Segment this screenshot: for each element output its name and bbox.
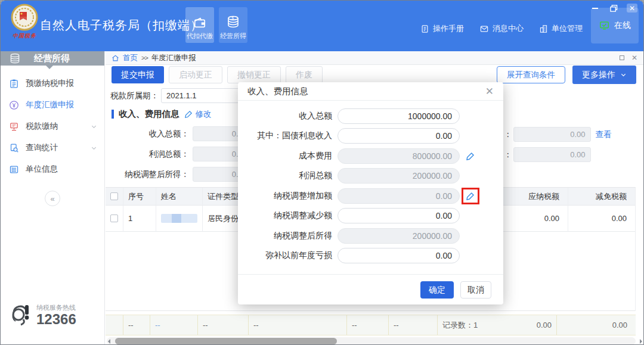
sidebar-menu: 预缴纳税申报 年度汇缴申报 税款缴纳 [1, 73, 104, 180]
field-right-2: ： 0.00 [504, 147, 591, 162]
submit-declare-button[interactable]: 提交申报 [112, 66, 164, 83]
field-label: 利润总额 [243, 170, 332, 181]
maximize-button[interactable] [608, 4, 619, 13]
modal-field-adjust-decrease: 纳税调整减少额 [238, 206, 503, 226]
redacted-name [161, 214, 197, 223]
svg-text:$: $ [231, 16, 234, 20]
invalidate-button[interactable]: 作废 [286, 66, 323, 83]
tax-period-value: 2021.1.1 [166, 91, 239, 100]
sidebar-collapse-button[interactable]: « [45, 191, 60, 206]
app-title: 自然人电子税务局（扣缴端） [40, 17, 203, 33]
menu-org-management[interactable]: 单位管理 [539, 23, 583, 34]
modal-field-treasury-interest: 其中：国债利息收入 [238, 126, 503, 147]
view-link[interactable]: 查看 [596, 129, 612, 140]
modal-field-adjusted-income: 纳税调整后所得 [238, 226, 503, 246]
field-label: 其中：国债利息收入 [243, 130, 332, 141]
prior-year-loss-input[interactable] [338, 248, 460, 263]
modal-title: 收入、费用信息 [247, 86, 308, 97]
breadcrumb-current: 年度汇缴申报 [151, 53, 196, 63]
modal-field-prior-year-loss: 弥补以前年度亏损 [238, 246, 503, 266]
adjust-increase-edit-button-highlighted[interactable] [463, 189, 478, 203]
menu-label: 操作手册 [433, 23, 464, 34]
field-label: ： [504, 150, 512, 160]
online-monitor-icon [599, 20, 610, 31]
field-label: 纳税调整增加额 [243, 191, 332, 201]
sidebar-item-label: 税款缴纳 [26, 121, 84, 132]
cost-expense-edit-button[interactable] [463, 150, 478, 163]
hotline-number: 12366 [36, 311, 76, 327]
modal-titlebar: 收入、费用信息 ✕ [238, 82, 503, 101]
menu-manual[interactable]: 操作手册 [420, 23, 464, 34]
sidebar-item-prepay-declare[interactable]: 预缴纳税申报 [1, 73, 104, 94]
doc-search-icon [9, 143, 19, 153]
field-total-profit: 利润总额： 0.00 [109, 147, 252, 161]
sidebar-item-tax-payment[interactable]: 税款缴纳 [1, 116, 104, 137]
modal-field-cost-expense: 成本费用 [238, 146, 503, 166]
field-label: ： [504, 129, 512, 140]
tab-business-income[interactable]: $ 经营所得 [219, 7, 247, 43]
sidebar-item-annual-declare[interactable]: 年度汇缴申报 [1, 94, 104, 116]
total-income-input[interactable] [338, 108, 460, 124]
scrollbar-thumb[interactable] [115, 338, 337, 344]
more-actions-button[interactable]: 更多操作 [572, 66, 636, 84]
header-tax-payable: 应纳税额 [497, 188, 568, 206]
expand-query-button[interactable]: 展开查询条件 [497, 66, 565, 83]
header-tax-relief: 减免税额 [568, 188, 635, 206]
sidebar-item-label: 年度汇缴申报 [26, 100, 97, 110]
toolbar: 提交申报 启动更正 撤销更正 作废 [112, 66, 323, 83]
field-value: 0.00 [513, 147, 591, 162]
treasury-interest-input[interactable] [338, 128, 460, 144]
field-label: 收入总额 [243, 111, 332, 122]
adjust-decrease-input[interactable] [338, 208, 460, 223]
sidebar-item-query-statistics[interactable]: 查询统计 [1, 137, 104, 158]
total-profit-input [338, 168, 460, 184]
toolbar-right: 展开查询条件 更多操作 [497, 66, 636, 84]
breadcrumb-home[interactable]: 首页 [123, 53, 138, 63]
sidebar-item-label: 单位信息 [26, 164, 97, 175]
summary-cell: -- [198, 315, 249, 335]
tax-bureau-logo: 中国税务 [8, 4, 41, 40]
horizontal-scrollbar[interactable] [107, 337, 636, 345]
breadcrumb-separator: >> [141, 54, 148, 61]
scroll-right-icon[interactable] [640, 339, 642, 344]
summary-tax-payable: 0.00 [537, 321, 552, 330]
chevron-down-icon [91, 123, 97, 130]
summary-cell: -- [249, 315, 347, 335]
tab-withholding[interactable]: 代扣代缴 [185, 7, 214, 43]
modal-close-icon[interactable]: ✕ [485, 86, 494, 97]
cost-expense-input [338, 148, 460, 164]
confirm-button[interactable]: 确定 [420, 281, 454, 299]
income-section-header: 收入、费用信息 修改 [112, 108, 212, 120]
filter-row: 税款所属期： 2021.1.1 [110, 88, 252, 103]
select-all-checkbox[interactable] [110, 192, 118, 200]
sidebar-header: 经营所得 [1, 51, 104, 66]
minimize-button[interactable] [590, 4, 600, 13]
start-correction-button[interactable]: 启动更正 [169, 66, 222, 83]
menu-message-center[interactable]: 消息中心 [479, 23, 524, 34]
module-tabs: 代扣代缴 $ 经营所得 [185, 7, 247, 43]
pencil-icon [466, 151, 475, 161]
wallet-icon [193, 16, 206, 29]
modify-link[interactable]: 修改 [184, 109, 212, 120]
sidebar: 经营所得 预缴纳税申报 年度汇缴申报 [1, 51, 105, 344]
section-title: 收入、费用信息 [119, 108, 179, 120]
online-status[interactable]: 在线 [591, 8, 639, 43]
top-menu: 操作手册 消息中心 单位管理 [420, 23, 583, 34]
coins-icon: $ [226, 15, 240, 29]
row-checkbox[interactable] [110, 215, 118, 222]
sidebar-item-org-info[interactable]: 单位信息 [1, 158, 104, 180]
cancel-button[interactable]: 取消 [460, 281, 491, 299]
clipboard-icon [9, 79, 19, 89]
modal-field-total-income: 收入总额 [238, 106, 503, 126]
modify-label: 修改 [196, 109, 212, 120]
close-button[interactable]: ✕ [627, 4, 637, 13]
page-close-icon[interactable]: ✕ [631, 54, 637, 62]
adjust-increase-input [338, 188, 460, 204]
revoke-correction-button[interactable]: 撤销更正 [227, 66, 281, 83]
cell-tax-relief: 0.00 [568, 206, 635, 232]
chevron-down-icon [620, 72, 627, 78]
pencil-icon [466, 191, 475, 201]
page-maximize-icon[interactable] [620, 55, 624, 60]
header-name: 姓名 [156, 188, 203, 206]
scroll-left-icon[interactable] [108, 339, 110, 344]
